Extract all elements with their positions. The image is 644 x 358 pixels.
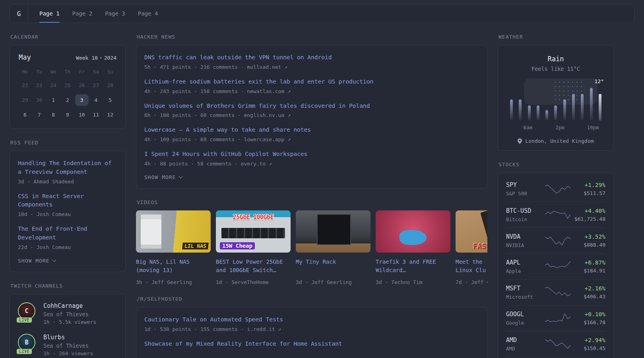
video-title[interactable]: My Tiny Rack	[296, 258, 370, 276]
reddit-item-title[interactable]: Showcase of my Mixed Reality Interface f…	[144, 340, 479, 348]
stock-row[interactable]: AMDAMD+2.94%$150.45	[506, 331, 605, 357]
stock-row[interactable]: AAPLApple+6.87%$184.91	[506, 253, 605, 279]
video-card[interactable]: Traefik 3 and FREE Wildcard…3d · Techno …	[376, 210, 450, 285]
app-logo[interactable]: G	[10, 4, 28, 23]
weather-hourly-chart: 12°	[509, 82, 602, 121]
weather-bar	[510, 99, 513, 121]
calendar-day: 27	[89, 80, 103, 91]
stock-row[interactable]: NVDANVIDIA+3.52%$888.40	[506, 228, 605, 253]
stock-price: $61,725.48	[570, 216, 605, 222]
stock-sparkline	[545, 183, 570, 195]
stock-row[interactable]: BTC-USDBitcoin+4.40%$61,725.48	[506, 202, 605, 228]
weather-bar	[590, 88, 593, 121]
channel-name[interactable]: CohhCarnage	[43, 302, 96, 309]
reddit-item-title[interactable]: Cautionary Tale on Automated Speed Tests	[144, 315, 479, 324]
video-card[interactable]: 25GbE 100GbE15W CheapBEST Low Power 25Gb…	[216, 210, 291, 285]
video-thumbnail[interactable]: FAST	[456, 210, 487, 253]
calendar-day: 6	[18, 109, 32, 121]
rss-item-title[interactable]: The End of Front-End Development	[18, 225, 117, 242]
calendar-day-header: Tu	[32, 69, 47, 76]
hn-item-title[interactable]: DNS traffic can leak outside the VPN tun…	[144, 53, 479, 62]
stock-symbol: AMD	[506, 337, 545, 344]
video-card[interactable]: LIL NASBig NAS, Lil NAS (moving 13)3h · …	[136, 210, 211, 285]
weather-feels-like: Feels like 11°C	[506, 66, 605, 72]
weather-bar	[519, 99, 522, 121]
calendar-day: 10	[75, 109, 89, 121]
hn-show-more-button[interactable]: SHOW MORE	[144, 174, 479, 180]
video-thumbnail[interactable]: LIL NAS	[136, 210, 211, 253]
stock-name: Microsoft	[506, 294, 545, 300]
channel-viewers: 1h · 264 viewers	[43, 350, 93, 356]
tab-page-3[interactable]: Page 3	[105, 4, 125, 23]
video-card[interactable]: FASTMeet the Linux Clu7d · Jeff Geerling	[456, 210, 487, 285]
rss-item-title[interactable]: Handling The Indentation of a Treeview C…	[18, 159, 117, 177]
tab-page-1[interactable]: Page 1	[39, 4, 60, 23]
stock-row[interactable]: SPYS&P 500+1.29%$511.57	[506, 176, 605, 202]
stock-row[interactable]: GOOGLGoogle+0.10%$166.78	[506, 305, 605, 331]
weather-section-title: WEATHER	[499, 34, 613, 40]
calendar-widget: May Week 18•2024 MoTuWeThFrSaSu222324252…	[10, 45, 126, 129]
hn-item-title[interactable]: Lowercase – A simple way to take and sha…	[144, 126, 479, 134]
channel-viewers: 1h · 5.5k viewers	[43, 319, 96, 325]
video-thumbnail[interactable]: 25GbE 100GbE15W Cheap	[216, 210, 291, 253]
calendar-day: 5	[103, 94, 117, 106]
video-meta: 3h · Jeff Geerling	[136, 279, 211, 285]
stocks-list: SPYS&P 500+1.29%$511.57BTC-USDBitcoin+4.…	[506, 176, 605, 358]
stock-row[interactable]: MSFTMicrosoft+2.16%$406.43	[506, 279, 605, 305]
avatar-image: B	[18, 334, 35, 351]
calendar-month: May	[19, 53, 31, 61]
calendar-day: 28	[103, 80, 117, 91]
channel-name[interactable]: Blurbs	[43, 334, 93, 341]
stock-change: +3.52%	[570, 233, 605, 240]
twitch-section-title: TWITCH CHANNELS	[10, 283, 125, 289]
calendar-day: 23	[33, 80, 46, 91]
calendar-day-header: Su	[103, 69, 117, 76]
weather-bars	[509, 82, 602, 121]
weather-bar	[537, 105, 539, 121]
thumbnail-text: 25GbE 100GbE	[216, 214, 291, 221]
top-nav: G Page 1Page 2Page 3Page 4	[10, 4, 634, 23]
channel-info: BlurbsSea of Thieves1h · 264 viewers	[43, 334, 93, 356]
hn-item-title[interactable]: Lithium-free sodium batteries exit the l…	[144, 78, 479, 86]
video-card[interactable]: My Tiny Rack3d · Jeff Geerling	[296, 210, 370, 285]
rss-item-title[interactable]: CSS in React Server Components	[18, 192, 117, 210]
video-title[interactable]: Big NAS, Lil NAS (moving 13)	[136, 258, 211, 276]
video-title[interactable]: BEST Low Power 25GbE and 100GbE Switch…	[216, 258, 291, 276]
hn-section-title: HACKER NEWS	[137, 34, 487, 40]
rss-item: The End of Front-End Development22d · Jo…	[18, 225, 117, 250]
stock-values: +4.40%$61,725.48	[570, 208, 605, 222]
stock-id: MSFTMicrosoft	[506, 285, 545, 300]
video-title[interactable]: Meet the Linux Clu	[456, 258, 487, 276]
calendar-day: 1	[47, 94, 60, 106]
calendar-day: 12	[103, 109, 117, 121]
stock-symbol: BTC-USD	[506, 207, 545, 214]
thumbnail-text: 15W Cheap	[220, 242, 255, 249]
hn-item-meta: 4h · 243 points · 158 comments · newatla…	[144, 88, 479, 94]
calendar-week: Week 18	[76, 55, 98, 61]
videos-row: LIL NASBig NAS, Lil NAS (moving 13)3h · …	[136, 210, 487, 285]
tab-page-2[interactable]: Page 2	[72, 4, 93, 23]
live-badge: LIVE	[17, 317, 32, 323]
hn-item-meta: 4h · 88 points · 58 comments · every.to …	[144, 161, 479, 167]
reddit-list: Cautionary Tale on Automated Speed Tests…	[144, 315, 479, 348]
twitch-channel[interactable]: BLIVEBlurbsSea of Thieves1h · 264 viewer…	[18, 334, 117, 356]
twitch-channel[interactable]: CLIVECohhCarnageSea of Thieves1h · 5.5k …	[18, 302, 117, 325]
tab-page-4[interactable]: Page 4	[138, 4, 158, 23]
rss-show-more-button[interactable]: SHOW MORE	[18, 258, 117, 264]
location-label: London, United Kingdom	[525, 138, 594, 144]
video-title[interactable]: Traefik 3 and FREE Wildcard…	[376, 258, 450, 276]
hn-item-title[interactable]: I Spent 24 Hours with GitHub Copilot Wor…	[144, 150, 479, 159]
rss-item: CSS in React Server Components18d · Josh…	[18, 192, 117, 218]
stock-sparkline	[545, 312, 570, 324]
video-thumbnail[interactable]	[376, 210, 450, 253]
video-meta: 1d · ServeTheHome	[216, 279, 291, 285]
hn-item-title[interactable]: Unique volumes of Brothers Grimm fairy t…	[144, 102, 479, 111]
stock-symbol: NVDA	[506, 233, 545, 240]
stock-id: SPYS&P 500	[506, 181, 545, 197]
video-thumbnail[interactable]	[296, 210, 370, 253]
stock-price: $150.45	[570, 345, 605, 351]
reddit-item: Showcase of my Mixed Reality Interface f…	[144, 340, 479, 348]
stock-values: +2.16%$406.43	[570, 285, 605, 300]
stock-change: +4.40%	[570, 208, 605, 214]
current-temperature: 12°	[595, 78, 604, 84]
